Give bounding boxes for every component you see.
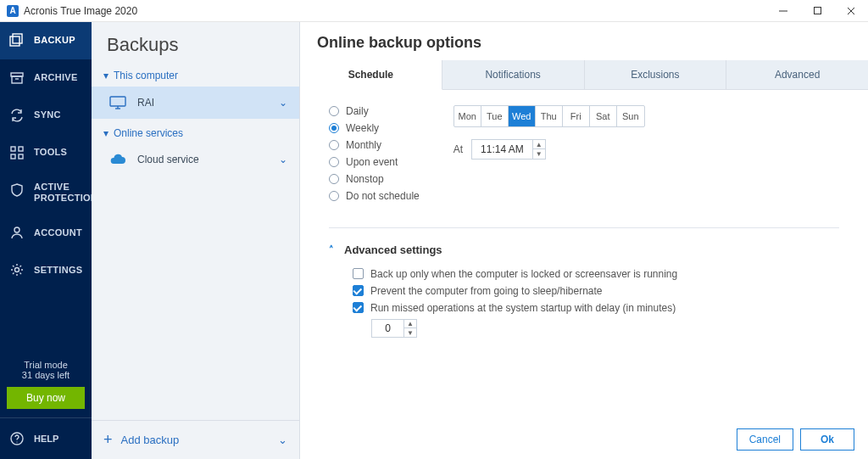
group-this-computer[interactable]: ▾ This computer [92,61,299,87]
backup-item-cloud-service[interactable]: Cloud service ⌄ [92,144,299,175]
nav-label: ACCOUNT [34,227,82,238]
nav-backup[interactable]: BACKUP [0,22,92,59]
tab-schedule[interactable]: Schedule [300,60,442,90]
close-button[interactable] [834,0,868,22]
nav-sync[interactable]: SYNC [0,97,92,134]
radio-upon-event[interactable]: Upon event [329,156,420,168]
day-tue[interactable]: Tue [481,106,509,126]
nav-help[interactable]: HELP [0,417,92,459]
cancel-button[interactable]: Cancel [737,428,793,451]
radio-label: Daily [346,105,369,117]
day-picker: Mon Tue Wed Thu Fri Sat Sun [453,105,645,127]
svg-rect-4 [10,36,19,46]
add-backup-label: Add backup [121,434,180,446]
check-prevent-sleep[interactable]: Prevent the computer from going to sleep… [353,285,839,297]
day-mon[interactable]: Mon [454,106,481,126]
backups-header: Backups [92,22,299,61]
backup-icon [8,32,25,49]
at-label: At [453,143,463,155]
spinner-down[interactable]: ▼ [404,328,416,338]
check-backup-when-locked[interactable]: Back up only when the computer is locked… [353,268,839,280]
radio-daily[interactable]: Daily [329,105,420,117]
shield-icon [8,182,25,199]
weekly-details: Mon Tue Wed Thu Fri Sat Sun At 11:14 AM [453,105,645,202]
app-icon: A [7,5,19,17]
nav-label: BACKUP [34,35,75,46]
nav-account[interactable]: ACCOUNT [0,214,92,251]
chevron-down-icon[interactable]: ⌄ [279,97,287,109]
group-label: This computer [114,70,178,81]
day-fri[interactable]: Fri [563,106,590,126]
dialog-buttons: Cancel Ok [737,428,854,451]
svg-point-13 [14,227,19,232]
trial-info: Trial mode 31 days left [0,355,92,387]
time-value: 11:14 AM [472,143,532,155]
buy-now-button[interactable]: Buy now [7,387,85,409]
radio-label: Nonstop [346,173,384,185]
svg-rect-1 [814,8,821,14]
chevron-down-icon: ▾ [103,70,108,81]
svg-rect-9 [11,147,15,151]
checkbox-icon [353,302,364,313]
account-icon [8,224,25,241]
nav-label: SETTINGS [34,265,82,276]
nav-label: TOOLS [34,147,67,158]
svg-rect-5 [13,34,22,43]
add-backup-button[interactable]: + Add backup ⌄ [92,420,299,459]
svg-point-14 [15,268,19,272]
spinner-up[interactable]: ▲ [404,319,416,328]
radio-monthly[interactable]: Monthly [329,139,420,151]
nav-archive[interactable]: ARCHIVE [0,59,92,97]
archive-icon [8,70,25,87]
tab-exclusions[interactable]: Exclusions [585,60,727,89]
tab-notifications[interactable]: Notifications [442,60,585,89]
delay-input[interactable]: 0 ▲ ▼ [371,319,417,338]
ok-button[interactable]: Ok [800,428,854,451]
tab-advanced[interactable]: Advanced [726,60,868,89]
delay-value: 0 [372,322,403,334]
check-run-missed[interactable]: Run missed operations at the system star… [353,302,839,314]
nav-settings[interactable]: SETTINGS [0,251,92,288]
titlebar: A Acronis True Image 2020 [0,0,868,22]
day-thu[interactable]: Thu [536,106,563,126]
nav-label: ARCHIVE [34,72,78,83]
backup-item-label: RAI [137,97,154,109]
backup-item-rai[interactable]: RAI ⌄ [92,87,299,119]
delay-spinner: ▲ ▼ [403,319,416,338]
separator [329,227,839,228]
time-spinner: ▲ ▼ [532,140,545,159]
svg-rect-17 [110,97,125,106]
backup-item-label: Cloud service [137,154,199,165]
checkbox-icon [353,268,364,279]
radio-label: Upon event [346,156,398,168]
trial-mode-label: Trial mode [3,360,88,370]
chevron-up-icon: ˄ [329,244,334,255]
trial-days-label: 31 days left [3,370,88,380]
chevron-down-icon[interactable]: ⌄ [278,434,287,446]
svg-rect-12 [19,154,23,159]
spinner-up[interactable]: ▲ [533,140,545,149]
group-label: Online services [114,127,183,139]
minimize-button[interactable] [766,0,800,22]
check-label: Prevent the computer from going to sleep… [370,285,603,297]
radio-do-not-schedule[interactable]: Do not schedule [329,190,420,202]
time-input[interactable]: 11:14 AM ▲ ▼ [471,139,546,160]
radio-weekly[interactable]: Weekly [329,122,420,134]
radio-nonstop[interactable]: Nonstop [329,173,420,185]
day-wed[interactable]: Wed [509,106,536,126]
monitor-icon [108,95,127,110]
radio-label: Weekly [346,122,379,134]
advanced-settings-toggle[interactable]: ˄ Advanced settings [329,243,839,256]
chevron-down-icon[interactable]: ⌄ [279,154,287,165]
nav-active-protection[interactable]: ACTIVE PROTECTION [0,171,92,214]
sync-icon [8,107,25,124]
checkbox-icon [353,285,364,296]
svg-rect-7 [12,76,22,83]
day-sun[interactable]: Sun [617,106,644,126]
nav-tools[interactable]: TOOLS [0,134,92,171]
day-sat[interactable]: Sat [590,106,617,126]
options-tabs: Schedule Notifications Exclusions Advanc… [300,60,868,90]
group-online-services[interactable]: ▾ Online services [92,119,299,144]
spinner-down[interactable]: ▼ [533,149,545,159]
maximize-button[interactable] [800,0,834,22]
